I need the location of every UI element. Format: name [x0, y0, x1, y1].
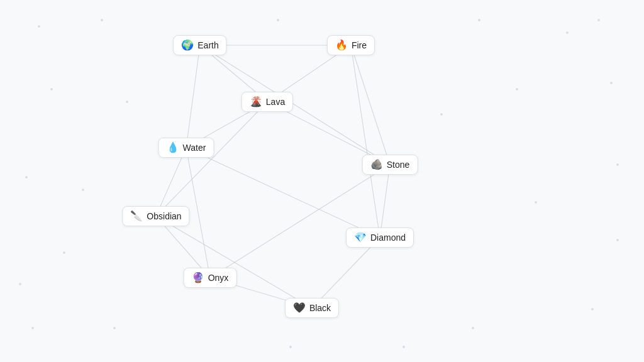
svg-line-2 [186, 45, 200, 148]
obsidian-label: Obsidian [147, 211, 181, 221]
node-fire[interactable]: 🔥Fire [327, 35, 375, 55]
obsidian-icon: 🔪 [130, 211, 143, 221]
svg-line-14 [210, 165, 390, 278]
svg-line-8 [156, 102, 267, 216]
node-obsidian[interactable]: 🔪Obsidian [122, 206, 189, 226]
fire-icon: 🔥 [335, 40, 348, 50]
stone-icon: 🪨 [370, 160, 383, 170]
svg-line-13 [380, 165, 390, 238]
node-diamond[interactable]: 💎Diamond [346, 228, 414, 248]
diamond-label: Diamond [370, 233, 406, 243]
lava-icon: 🌋 [250, 97, 262, 107]
onyx-label: Onyx [208, 273, 229, 283]
stone-label: Stone [387, 160, 410, 170]
fire-label: Fire [352, 40, 367, 50]
onyx-icon: 🔮 [192, 273, 204, 283]
node-stone[interactable]: 🪨Stone [362, 155, 418, 175]
black-label: Black [309, 303, 331, 313]
svg-line-16 [156, 216, 312, 308]
node-water[interactable]: 💧Water [158, 138, 214, 158]
svg-line-12 [186, 148, 210, 278]
water-icon: 💧 [167, 143, 179, 153]
water-label: Water [183, 143, 206, 153]
svg-line-11 [186, 148, 380, 238]
node-lava[interactable]: 🌋Lava [242, 92, 293, 112]
node-black[interactable]: 🖤Black [285, 298, 339, 318]
node-earth[interactable]: 🌍Earth [173, 35, 226, 55]
black-icon: 🖤 [293, 303, 306, 313]
lava-label: Lava [266, 97, 285, 107]
node-onyx[interactable]: 🔮Onyx [184, 268, 237, 288]
svg-line-6 [351, 45, 380, 238]
diamond-icon: 💎 [354, 233, 367, 243]
svg-line-5 [351, 45, 390, 165]
earth-icon: 🌍 [181, 40, 194, 50]
earth-label: Earth [197, 40, 218, 50]
svg-line-3 [200, 45, 390, 165]
